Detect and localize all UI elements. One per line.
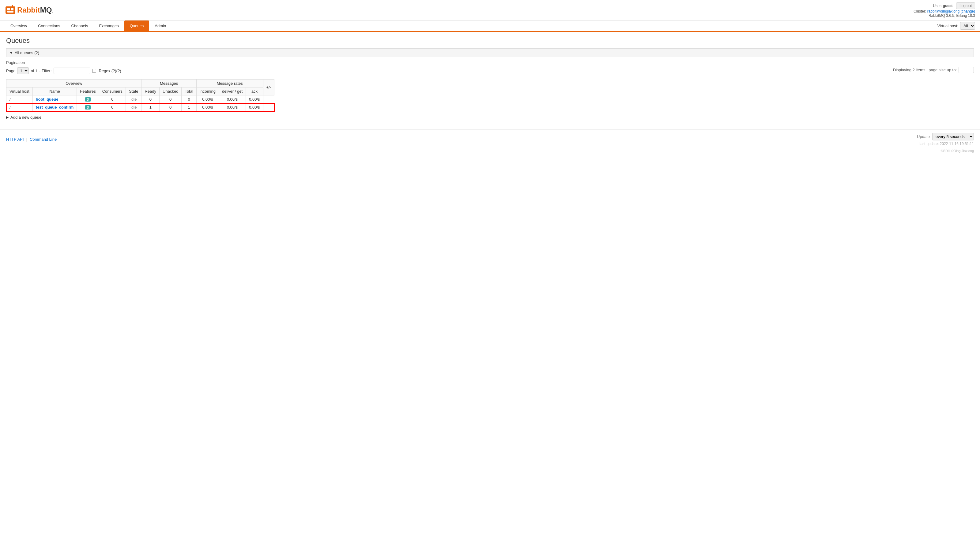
- cell-deliver-get: 0.00/s: [219, 95, 246, 103]
- cluster-info: Cluster: rabbit@dingjiaxiong (change): [913, 9, 975, 13]
- col-total: Total: [181, 87, 196, 95]
- bottom-right-footer: Update every 5 seconds every 10 seconds …: [917, 133, 974, 146]
- logo-text: RabbitMQ.: [17, 6, 53, 14]
- navigation: Overview Connections Channels Exchanges …: [0, 21, 980, 32]
- state-value[interactable]: idle: [130, 97, 137, 101]
- command-line-link[interactable]: Command Line: [30, 137, 57, 142]
- filter-input[interactable]: [54, 68, 90, 74]
- cell-ready: 1: [142, 103, 159, 111]
- all-queues-section-header[interactable]: ▼ All queues (2): [6, 48, 974, 57]
- col-consumers: Consumers: [99, 87, 126, 95]
- copyright: ©SDH ©Ding Jiaxiong: [0, 149, 980, 154]
- virtual-host-area: Virtual host: All /: [937, 22, 975, 30]
- col-unacked: Unacked: [159, 87, 181, 95]
- page-size-input[interactable]: 100: [959, 67, 974, 73]
- cell-ack: 0.00/s: [246, 103, 263, 111]
- state-value[interactable]: idle: [130, 105, 137, 109]
- filter-label: - Filter:: [39, 68, 51, 73]
- svg-rect-3: [7, 11, 13, 13]
- cell-consumers: 0: [99, 95, 126, 103]
- logo-area: RabbitMQ.: [5, 5, 53, 16]
- queue-table-body: /boot_queueD0idle0000.00/s0.00/s0.00/s/t…: [6, 95, 274, 111]
- user-name: guest: [943, 4, 953, 8]
- footer: HTTP API | Command Line Update every 5 s…: [0, 129, 980, 149]
- svg-rect-4: [9, 6, 10, 8]
- table-row: /boot_queueD0idle0000.00/s0.00/s0.00/s: [6, 95, 274, 103]
- page-select[interactable]: 1: [17, 67, 29, 75]
- col-deliver-get: deliver / get: [219, 87, 246, 95]
- queue-name-link[interactable]: test_queue_confirm: [36, 105, 74, 109]
- last-update: Last update: 2022-11-16 19:51:11: [918, 142, 974, 146]
- header-right: User: guest Log out Cluster: rabbit@ding…: [913, 2, 975, 18]
- cluster-label: Cluster:: [913, 9, 926, 13]
- svg-rect-2: [11, 8, 13, 10]
- logout-button[interactable]: Log out: [956, 2, 975, 9]
- cell-virtual-host: /: [6, 95, 33, 103]
- regex-label: Regex (?)(?): [99, 68, 121, 73]
- update-select[interactable]: every 5 seconds every 10 seconds every 3…: [932, 133, 974, 140]
- footer-links: HTTP API | Command Line: [6, 137, 57, 142]
- nav-item-connections[interactable]: Connections: [32, 21, 65, 32]
- cell-total: 1: [181, 103, 196, 111]
- cell-virtual-host: /: [6, 103, 33, 111]
- add-queue-arrow-icon: ▶: [6, 115, 9, 119]
- cell-features: D: [77, 103, 99, 111]
- section-arrow-icon: ▼: [10, 51, 13, 55]
- add-queue-section: ▶ Add a new queue: [6, 115, 974, 120]
- svg-rect-1: [7, 8, 10, 10]
- col-state: State: [126, 87, 142, 95]
- col-incoming: incoming: [196, 87, 219, 95]
- cell-unacked: 0: [159, 95, 181, 103]
- cell-ready: 0: [142, 95, 159, 103]
- user-info: User: guest Log out: [913, 2, 975, 9]
- cell-unacked: 0: [159, 103, 181, 111]
- page-title: Queues: [6, 37, 974, 44]
- feature-badge: D: [85, 105, 91, 109]
- of-1-label: of 1: [30, 68, 37, 73]
- cell-state[interactable]: idle: [126, 103, 142, 111]
- nav-item-exchanges[interactable]: Exchanges: [94, 21, 124, 32]
- main-content: Queues ▼ All queues (2) Pagination Page …: [0, 32, 980, 129]
- user-label: User:: [933, 4, 942, 8]
- cell-total: 0: [181, 95, 196, 103]
- cluster-name-link[interactable]: rabbit@dingjiaxiong: [928, 9, 960, 13]
- col-ready: Ready: [142, 87, 159, 95]
- header: RabbitMQ. User: guest Log out Cluster: r…: [0, 0, 980, 21]
- cell-features: D: [77, 95, 99, 103]
- cell-state[interactable]: idle: [126, 95, 142, 103]
- overview-group-header: Overview: [6, 79, 142, 87]
- display-info: Displaying 2 items , page size up to: 10…: [893, 67, 974, 73]
- pagination-label: Pagination: [6, 60, 974, 65]
- cell-deliver-get: 0.00/s: [219, 103, 246, 111]
- http-api-link[interactable]: HTTP API: [6, 137, 24, 142]
- queue-table-wrapper: Overview Messages Message rates +/- Virt…: [6, 79, 974, 111]
- virtual-host-label: Virtual host:: [937, 24, 958, 28]
- cell-ack: 0.00/s: [246, 95, 263, 103]
- regex-checkbox[interactable]: [92, 69, 96, 73]
- nav-item-overview[interactable]: Overview: [5, 21, 32, 32]
- queue-name-link[interactable]: boot_queue: [36, 97, 59, 101]
- nav-item-channels[interactable]: Channels: [65, 21, 94, 32]
- add-queue-toggle[interactable]: ▶ Add a new queue: [6, 115, 974, 120]
- nav-item-queues[interactable]: Queues: [124, 21, 150, 32]
- nav-item-admin[interactable]: Admin: [149, 21, 172, 32]
- col-virtual-host: Virtual host: [6, 87, 33, 95]
- page-label: Page: [6, 68, 15, 73]
- cell-name[interactable]: boot_queue: [32, 95, 77, 103]
- cell-consumers: 0: [99, 103, 126, 111]
- add-queue-label: Add a new queue: [10, 115, 41, 120]
- message-rates-group-header: Message rates: [196, 79, 263, 87]
- pagination-section: Pagination Page 1 of 1 - Filter: Regex (…: [6, 60, 974, 75]
- cell-name[interactable]: test_queue_confirm: [32, 103, 77, 111]
- update-label: Update: [917, 134, 930, 139]
- queue-table: Overview Messages Message rates +/- Virt…: [6, 79, 274, 111]
- pagination-controls: Page 1 of 1 - Filter: Regex (?)(?): [6, 67, 121, 75]
- col-name: Name: [32, 87, 77, 95]
- cluster-change-link[interactable]: (change): [961, 9, 975, 13]
- virtual-host-select[interactable]: All /: [960, 22, 975, 30]
- plus-minus-header[interactable]: +/-: [263, 79, 274, 95]
- footer-right: Update every 5 seconds every 10 seconds …: [917, 133, 974, 140]
- cell-incoming: 0.00/s: [196, 95, 219, 103]
- col-ack: ack: [246, 87, 263, 95]
- rabbitmq-logo-icon: [5, 5, 16, 16]
